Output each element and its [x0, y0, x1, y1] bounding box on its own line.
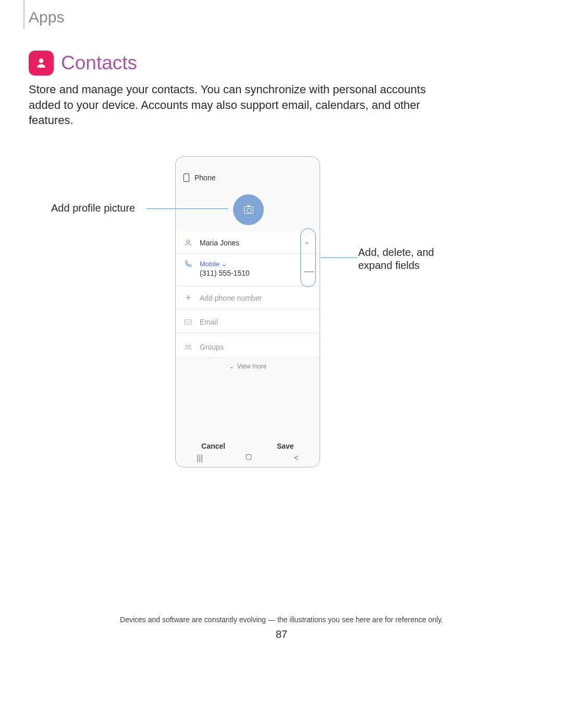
phone-icon [184, 260, 192, 268]
back-nav-icon[interactable]: < [294, 453, 299, 463]
contacts-app-icon [29, 51, 54, 76]
view-more-label: View more [237, 363, 266, 370]
cancel-button[interactable]: Cancel [201, 442, 225, 450]
chevron-down-icon: ⌄ [229, 363, 234, 370]
phone-field[interactable]: Mobile ⌄ (311) 555-1510 [176, 255, 320, 286]
home-nav-icon[interactable] [245, 453, 252, 463]
email-label: Email [200, 318, 218, 326]
plus-icon: + [184, 294, 192, 302]
svg-point-3 [189, 345, 191, 347]
phone-type-label: Mobile [200, 260, 219, 268]
callout-line-right [321, 257, 357, 258]
page-title: Contacts [61, 52, 137, 74]
action-buttons: Cancel Save [176, 442, 320, 450]
groups-field[interactable]: Groups [176, 336, 320, 358]
callout-profile-picture: Add profile picture [51, 202, 135, 214]
add-phone-label: Add phone number [200, 294, 262, 302]
recents-nav-icon[interactable]: ||| [197, 453, 203, 463]
section-header: Apps [29, 8, 64, 26]
phone-number-value: (311) 555-1510 [200, 269, 250, 277]
title-row: Contacts [29, 51, 137, 76]
footer-note: Devices and software are constantly evol… [0, 615, 563, 624]
groups-label: Groups [200, 343, 224, 351]
name-field[interactable]: Maria Jones [176, 232, 320, 254]
email-field[interactable]: Email [176, 311, 320, 333]
storage-location[interactable]: Phone [183, 174, 215, 182]
svg-rect-1 [185, 319, 191, 324]
storage-label: Phone [194, 174, 215, 182]
phone-mock: Phone Maria Jones Mobile ⌄ (311) 555-151… [175, 156, 320, 467]
callout-fields: Add, delete, and expand fields [358, 246, 462, 272]
expand-chevron-icon[interactable]: ⌄ [304, 237, 310, 245]
header-divider [23, 0, 25, 29]
save-button[interactable]: Save [277, 442, 294, 450]
svg-point-2 [186, 345, 188, 347]
groups-icon [184, 343, 192, 351]
name-value: Maria Jones [200, 239, 239, 247]
svg-point-0 [187, 240, 189, 242]
delete-minus-icon[interactable]: — [304, 266, 314, 277]
intro-paragraph: Store and manage your contacts. You can … [29, 82, 456, 128]
mail-icon [184, 318, 192, 326]
page-number: 87 [0, 628, 563, 640]
add-profile-picture-button[interactable] [233, 194, 264, 225]
chevron-down-icon: ⌄ [222, 260, 227, 268]
phone-type-dropdown[interactable]: Mobile ⌄ [200, 260, 250, 268]
callout-line-left [146, 208, 228, 209]
add-phone-row[interactable]: + Add phone number [176, 287, 320, 309]
device-icon [183, 174, 189, 182]
svg-rect-4 [246, 454, 251, 460]
nav-bar: ||| < [176, 453, 320, 463]
view-more-button[interactable]: ⌄ View more [176, 363, 320, 370]
person-icon [184, 239, 192, 247]
camera-icon [244, 206, 253, 214]
